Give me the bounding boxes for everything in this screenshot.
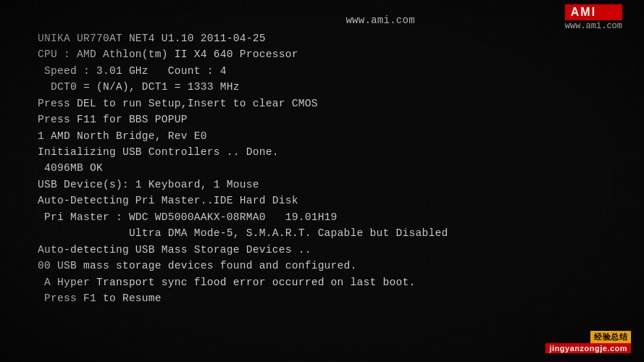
ami-logo-area: AMI www.ami.com xyxy=(565,4,622,31)
bios-line-usb_cfg: 00 USB mass storage devices found and co… xyxy=(38,258,622,274)
bios-line-hyper: A Hyper Transport sync flood error occur… xyxy=(38,274,622,290)
bios-content: www.ami.comUNIKA UR770AT NET4 U1.10 2011… xyxy=(0,7,644,313)
bios-line-model: UNIKA UR770AT NET4 U1.10 2011-04-25 xyxy=(38,30,622,46)
bios-line-pri_master: Pri Master : WDC WD5000AAKX-08RMA0 19.01… xyxy=(38,209,622,225)
watermark-line2: jingyanzongje.com xyxy=(545,343,631,353)
bios-line-usb_init: Initializing USB Controllers .. Done. xyxy=(38,144,622,160)
bios-line-press_f11: Press F11 for BBS POPUP xyxy=(38,111,622,127)
bios-line-nb: 1 AMD North Bridge, Rev E0 xyxy=(38,128,622,144)
bios-line-usb_dev: USB Device(s): 1 Keyboard, 1 Mouse xyxy=(38,177,622,193)
bios-line-cpu: CPU : AMD Athlon(tm) II X4 640 Processor xyxy=(38,46,622,62)
watermark-line1: 经验总结 xyxy=(590,331,631,343)
ami-url: www.ami.com xyxy=(565,21,622,31)
bios-line-ram: 4096MB OK xyxy=(38,160,622,176)
bios-screen: AMI www.ami.com www.ami.comUNIKA UR770AT… xyxy=(0,0,644,362)
bios-line-press_del: Press DEL to run Setup,Insert to clear C… xyxy=(38,96,622,111)
bios-line-dct: DCT0 = (N/A), DCT1 = 1333 MHz xyxy=(38,79,622,95)
bios-line-resume: Press F1 to Resume xyxy=(38,290,622,306)
bios-line-usb_mass: Auto-detecting USB Mass Storage Devices … xyxy=(38,242,622,258)
ami-logo-text: AMI xyxy=(565,4,622,20)
bios-line-url: www.ami.com xyxy=(38,13,622,29)
watermark: 经验总结 jingyanzongje.com xyxy=(545,331,631,353)
bios-line-speed: Speed : 3.01 GHz Count : 4 xyxy=(38,63,622,79)
bios-line-udma: Ultra DMA Mode-5, S.M.A.R.T. Capable but… xyxy=(38,225,622,241)
bios-line-ide: Auto-Detecting Pri Master..IDE Hard Disk xyxy=(38,193,622,209)
